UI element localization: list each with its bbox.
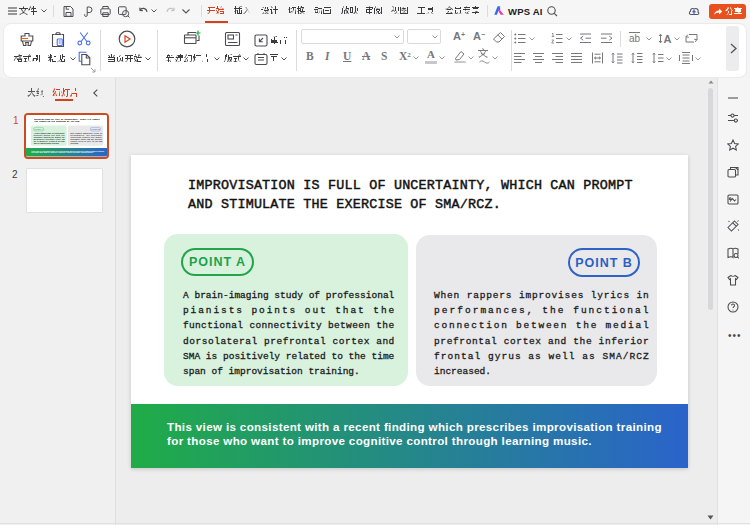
svg-text:A: A: [664, 33, 672, 45]
